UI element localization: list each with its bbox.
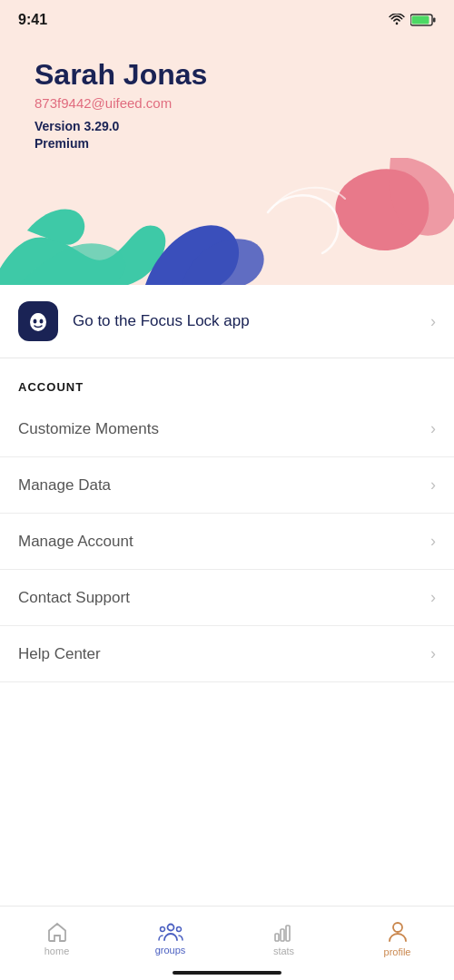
status-icons (389, 14, 436, 26)
focus-lock-chevron: › (430, 312, 436, 331)
profile-email: 873f9442@uifeed.com (35, 95, 419, 111)
menu-item-label: Contact Support (18, 589, 130, 607)
svg-point-4 (30, 313, 46, 331)
profile-name: Sarah Jonas (35, 58, 419, 92)
bottom-nav: home groups stats profile (0, 906, 454, 980)
svg-rect-10 (275, 934, 279, 941)
svg-rect-2 (412, 16, 429, 24)
nav-item-groups[interactable]: groups (143, 923, 198, 956)
svg-point-6 (40, 319, 44, 324)
nav-item-home[interactable]: home (30, 922, 84, 956)
decorative-blobs (0, 158, 454, 285)
menu-item-label: Manage Data (18, 476, 111, 495)
nav-label-profile: profile (384, 946, 411, 957)
focus-lock-row[interactable]: Go to the Focus Lock app › (0, 285, 454, 358)
nav-item-stats[interactable]: stats (257, 922, 311, 956)
battery-icon (410, 14, 436, 26)
menu-item-contact-support[interactable]: Contact Support › (0, 570, 454, 626)
menu-item-manage-account[interactable]: Manage Account › (0, 514, 454, 570)
nav-label-groups: groups (155, 945, 186, 956)
svg-rect-11 (281, 929, 284, 941)
menu-item-label: Manage Account (18, 533, 133, 551)
nav-label-stats: stats (273, 946, 294, 956)
menu-item-label: Customize Moments (18, 420, 159, 438)
chevron-icon: › (430, 475, 436, 495)
menu-item-label: Help Center (18, 645, 101, 663)
home-indicator (173, 971, 281, 975)
menu-item-manage-data[interactable]: Manage Data › (0, 457, 454, 514)
menu-item-help-center[interactable]: Help Center › (0, 626, 454, 682)
wifi-icon (389, 14, 405, 26)
svg-point-9 (176, 926, 181, 931)
main-content: Go to the Focus Lock app › ACCOUNT Custo… (0, 285, 454, 682)
home-icon (46, 922, 68, 942)
status-time: 9:41 (18, 12, 47, 28)
svg-point-14 (393, 923, 402, 932)
account-section-label: ACCOUNT (0, 358, 454, 401)
svg-point-8 (160, 926, 164, 931)
account-section: ACCOUNT Customize Moments › Manage Data … (0, 358, 454, 682)
chevron-icon: › (430, 419, 436, 438)
svg-rect-12 (286, 926, 290, 941)
groups-icon (158, 923, 183, 941)
profile-premium: Premium (35, 136, 419, 151)
chevron-icon: › (430, 532, 436, 551)
nav-label-home: home (44, 946, 70, 956)
profile-header: Sarah Jonas 873f9442@uifeed.com Version … (0, 40, 454, 285)
svg-rect-13 (291, 923, 293, 941)
focus-lock-label: Go to the Focus Lock app (73, 312, 430, 330)
profile-icon (388, 921, 408, 943)
svg-point-0 (396, 23, 399, 25)
menu-item-customize-moments[interactable]: Customize Moments › (0, 401, 454, 457)
svg-point-7 (167, 924, 173, 930)
chevron-icon: › (430, 644, 436, 663)
status-bar: 9:41 (0, 0, 454, 40)
stats-icon (274, 922, 294, 942)
focus-lock-app-icon (18, 301, 58, 341)
profile-version: Version 3.29.0 (35, 116, 419, 136)
chevron-icon: › (430, 588, 436, 607)
nav-item-profile[interactable]: profile (370, 921, 425, 957)
svg-point-5 (34, 319, 37, 324)
svg-rect-3 (433, 18, 436, 23)
